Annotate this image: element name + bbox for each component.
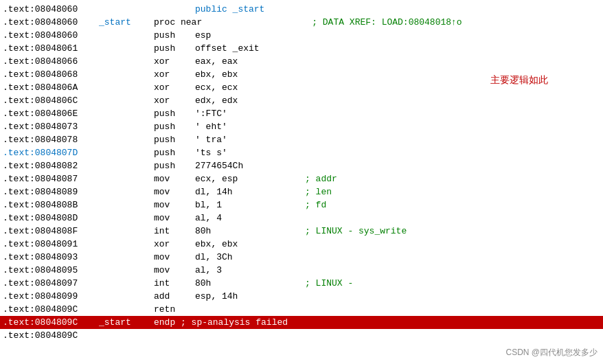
code-line: .text:08048073push' eht' <box>0 120 603 133</box>
line-mnemonic: push <box>154 30 195 41</box>
line-mnemonic: xor <box>154 56 195 67</box>
line-mnemonic: proc near <box>154 17 202 27</box>
line-operand: ebx, ebx <box>195 239 305 249</box>
line-operand: 'ts s' <box>195 148 305 158</box>
line-comment: ; addr <box>305 174 337 184</box>
code-line: .text:08048089movdl, 14h; len <box>0 185 603 198</box>
line-mnemonic: endp ; sp-analysis failed <box>154 317 291 328</box>
line-operand: public _start <box>195 4 305 14</box>
code-line: .text:0804806Cxoredx, edx <box>0 94 603 107</box>
line-mnemonic: xor <box>154 82 195 93</box>
line-operand: ' tra' <box>195 135 305 145</box>
line-operand: ':FTC' <box>195 109 305 119</box>
code-line: .text:08048082push2774654Ch <box>0 159 603 172</box>
line-mnemonic: add <box>154 291 195 302</box>
line-address: .text:08048089 <box>3 187 99 197</box>
line-mnemonic: mov <box>154 200 195 210</box>
line-operand: ebx, ebx <box>195 69 305 80</box>
line-comment: ; LINUX - <box>305 278 353 288</box>
line-address: .text:08048097 <box>3 278 99 288</box>
line-operand: bl, 1 <box>195 200 305 210</box>
line-address: .text:0804808F <box>3 226 99 236</box>
line-mnemonic: mov <box>154 252 195 262</box>
line-mnemonic: xor <box>154 69 195 80</box>
line-address: .text:0804808B <box>3 200 99 210</box>
line-mnemonic: mov <box>154 213 195 223</box>
line-operand: eax, eax <box>195 56 305 67</box>
code-line: .text:0804809Cretn <box>0 303 603 316</box>
line-operand: esp, 14h <box>195 291 305 302</box>
line-mnemonic: int <box>154 226 195 236</box>
line-address: .text:0804806C <box>3 95 99 106</box>
line-comment: ; fd <box>305 200 326 210</box>
line-mnemonic: push <box>154 161 195 171</box>
code-line: .text:0804808Dmoval, 4 <box>0 212 603 225</box>
line-mnemonic: int <box>154 278 195 288</box>
line-operand: 80h <box>195 226 305 236</box>
line-address: .text:08048082 <box>3 161 99 171</box>
line-address: .text:08048093 <box>3 252 99 262</box>
line-operand: ' eht' <box>195 122 305 132</box>
line-operand: dl, 14h <box>195 187 305 197</box>
line-mnemonic: retn <box>154 304 195 315</box>
line-mnemonic: push <box>154 43 195 54</box>
line-address: .text:08048060 <box>3 30 99 41</box>
line-operand: 2774654Ch <box>195 161 305 171</box>
code-line: .text:0804807Dpush'ts s' <box>0 146 603 159</box>
line-address: .text:08048091 <box>3 239 99 249</box>
line-address: .text:08048073 <box>3 122 99 132</box>
line-mnemonic: push <box>154 122 195 132</box>
line-comment: ; len <box>305 187 332 197</box>
code-line: .text:08048078push' tra' <box>0 133 603 146</box>
code-line: .text:0804808Bmovbl, 1; fd <box>0 198 603 212</box>
line-address: .text:08048087 <box>3 174 99 184</box>
watermark: CSDN @四代机您发多少 <box>505 347 598 359</box>
code-line: .text:0804806Epush':FTC' <box>0 107 603 120</box>
line-address: .text:08048061 <box>3 43 99 54</box>
line-operand: edx, edx <box>195 95 305 106</box>
code-line: .text:08048099addesp, 14h <box>0 290 603 303</box>
line-label: _start <box>99 317 154 328</box>
line-address: .text:0804809C <box>3 330 99 341</box>
chinese-annotation: 主要逻辑如此 <box>490 74 548 87</box>
line-address: .text:0804808D <box>3 213 99 223</box>
line-comment: ; LINUX - sys_write <box>305 226 407 236</box>
line-operand: ecx, esp <box>195 174 305 184</box>
line-address: .text:08048068 <box>3 69 99 80</box>
line-address: .text:0804809C <box>3 304 99 315</box>
line-mnemonic: push <box>154 109 195 119</box>
line-operand: ecx, ecx <box>195 82 305 93</box>
line-operand: 80h <box>195 278 305 288</box>
code-line: .text:08048093movdl, 3Ch <box>0 251 603 264</box>
line-address: .text:08048078 <box>3 135 99 145</box>
code-line: .text:0804809C <box>0 329 603 342</box>
line-operand: al, 4 <box>195 213 305 223</box>
line-operand: al, 3 <box>195 265 305 275</box>
code-line: .text:08048066xoreax, eax <box>0 55 603 68</box>
code-line: .text:08048097int80h; LINUX - <box>0 277 603 290</box>
line-label: _start <box>99 17 154 27</box>
line-address: .text:0804807D <box>3 148 99 158</box>
line-operand: dl, 3Ch <box>195 252 305 262</box>
line-address: .text:08048060 <box>3 17 99 27</box>
line-address: .text:0804809C <box>3 317 99 328</box>
code-line: .text:0804808Fint80h; LINUX - sys_write <box>0 225 603 238</box>
code-line: .text:08048061pushoffset _exit <box>0 42 603 55</box>
line-address: .text:08048099 <box>3 291 99 302</box>
line-mnemonic: push <box>154 148 195 158</box>
line-address: .text:0804806A <box>3 82 99 93</box>
disassembly-view: .text:08048060public _start.text:0804806… <box>0 0 603 364</box>
line-mnemonic: push <box>154 135 195 145</box>
line-address: .text:08048066 <box>3 56 99 67</box>
code-line: .text:08048095moval, 3 <box>0 264 603 277</box>
line-mnemonic: xor <box>154 239 195 249</box>
code-line: .text:08048060public _start <box>0 3 603 16</box>
line-mnemonic: mov <box>154 174 195 184</box>
line-address: .text:08048095 <box>3 265 99 275</box>
line-mnemonic: mov <box>154 187 195 197</box>
line-mnemonic: mov <box>154 265 195 275</box>
line-operand: esp <box>195 30 305 41</box>
code-line: .text:08048091xorebx, ebx <box>0 238 603 251</box>
line-mnemonic: xor <box>154 95 195 106</box>
code-line: .text:0804809C_startendp ; sp-analysis f… <box>0 316 603 329</box>
